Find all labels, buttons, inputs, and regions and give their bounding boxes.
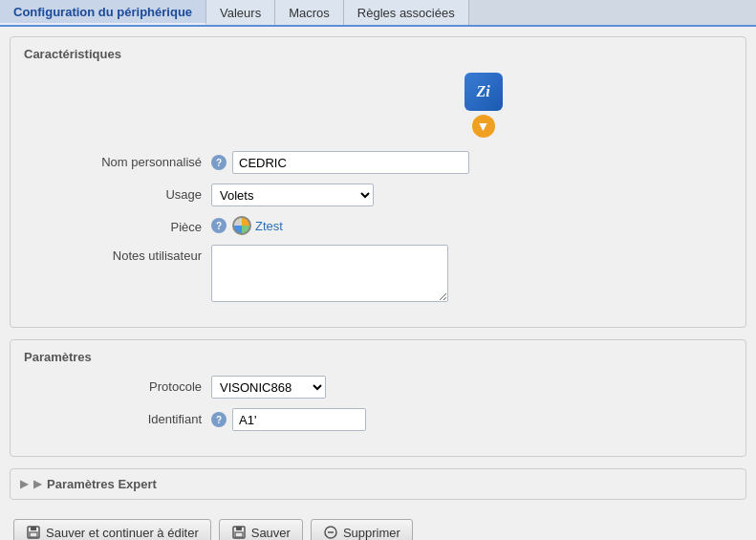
delete-button[interactable]: Supprimer xyxy=(311,519,413,540)
row-piece: Pièce ? Ztest xyxy=(20,216,736,235)
notes-textarea[interactable] xyxy=(211,245,448,302)
expert-title: Paramètres Expert xyxy=(47,477,157,491)
section-parametres: Paramètres Protocole VISONIC868 VISONIC4… xyxy=(10,339,746,457)
tab-config[interactable]: Configuration du périphérique xyxy=(0,0,206,25)
piece-icon xyxy=(232,216,251,235)
row-identifiant: Identifiant ? xyxy=(20,408,736,431)
svg-rect-5 xyxy=(235,532,243,537)
delete-icon xyxy=(323,525,338,540)
row-nom-personnalise: Nom personnalisé ? xyxy=(20,151,736,174)
identifiant-input[interactable] xyxy=(232,408,366,431)
status-arrow-icon[interactable]: ▼ xyxy=(472,115,495,138)
row-notes: Notes utilisateur xyxy=(20,245,736,302)
tab-bar: Configuration du périphérique Valeurs Ma… xyxy=(0,0,756,27)
section-parametres-expert: ▶ ▶ Paramètres Expert xyxy=(10,468,746,500)
tab-macros[interactable]: Macros xyxy=(275,0,344,25)
help-icon-identifiant[interactable]: ? xyxy=(211,412,227,427)
protocole-select[interactable]: VISONIC868 VISONIC433 ZWAVE ZIGBEE xyxy=(211,376,326,399)
save-continue-button[interactable]: Sauver et continuer à éditer xyxy=(13,519,211,540)
save-button[interactable]: Sauver xyxy=(219,519,303,540)
svg-rect-1 xyxy=(31,527,36,530)
help-icon-piece[interactable]: ? xyxy=(211,218,227,233)
usage-select[interactable]: Volets Lumière Chauffage Alarme xyxy=(211,184,374,206)
row-usage: Usage Volets Lumière Chauffage Alarme xyxy=(20,184,736,206)
nom-personnalise-input[interactable] xyxy=(232,151,469,174)
tab-valeurs[interactable]: Valeurs xyxy=(206,0,275,25)
svg-rect-2 xyxy=(30,532,37,537)
tab-regles[interactable]: Règles associées xyxy=(344,0,469,25)
section-caracteristiques: Caractéristiques Zi ▼ Nom personnalisé ?… xyxy=(10,36,746,328)
row-protocole: Protocole VISONIC868 VISONIC433 ZWAVE ZI… xyxy=(20,376,736,399)
main-content: Caractéristiques Zi ▼ Nom personnalisé ?… xyxy=(0,27,756,540)
collapse-arrow2-icon[interactable]: ▶ xyxy=(33,478,41,490)
floppy-icon-save-continue xyxy=(26,525,41,540)
help-icon-nom[interactable]: ? xyxy=(211,155,227,170)
floppy-icon-save xyxy=(231,525,247,540)
collapse-arrow-icon[interactable]: ▶ xyxy=(20,478,28,490)
zi-device-icon: Zi xyxy=(464,73,503,111)
piece-link[interactable]: Ztest xyxy=(232,216,283,235)
button-bar: Sauver et continuer à éditer Sauver Supp… xyxy=(10,511,746,540)
device-icon-area: Zi ▼ xyxy=(230,73,736,138)
section-caracteristiques-title: Caractéristiques xyxy=(24,47,736,61)
section-parametres-title: Paramètres xyxy=(24,350,736,364)
svg-rect-4 xyxy=(236,527,242,530)
